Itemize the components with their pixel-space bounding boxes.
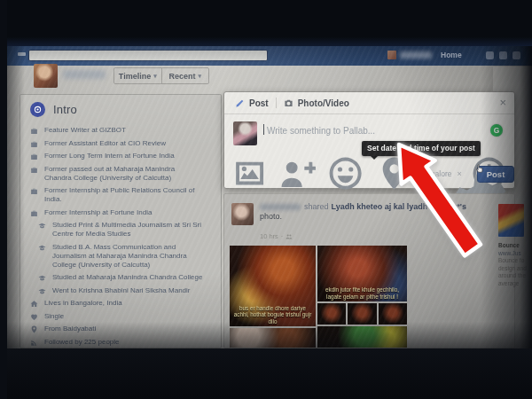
ad-text-line[interactable]: average: [498, 280, 532, 288]
close-icon[interactable]: ×: [499, 97, 506, 108]
tab-photo-video[interactable]: Photo/Video: [284, 98, 349, 108]
composer-tabs: Post Photo/Video ×: [224, 92, 514, 114]
notifications-icon[interactable]: [512, 51, 520, 59]
intro-icon: [30, 102, 45, 117]
intro-item-text: From Baidyabati: [44, 325, 96, 333]
grad-cap-icon: [38, 222, 46, 230]
post-composer-dialog: Post Photo/Video × Write something to Pa…: [223, 91, 515, 189]
mouse-cursor-icon: [474, 162, 485, 173]
briefcase-icon: [30, 166, 38, 174]
feed-post-card: sharedLyadh kheteo aj kal lyadh kwn*'s p…: [223, 193, 515, 348]
intro-item-text: Former Internship at Public Relations Co…: [44, 186, 202, 204]
tab-post[interactable]: Post: [235, 98, 269, 108]
tag-person-icon[interactable]: [279, 155, 316, 192]
intro-item[interactable]: Followed by 225 people: [30, 338, 215, 347]
intro-item[interactable]: Feature Writer at GIZBOT: [30, 126, 215, 135]
schedule-tooltip: Set date and time of your post: [362, 141, 481, 156]
profile-avatar[interactable]: [34, 64, 58, 88]
grad-cap-icon: [38, 287, 46, 295]
intro-item-text: Former Internship at Fortune India: [44, 208, 152, 217]
composer-avatar: [233, 121, 257, 145]
intro-item[interactable]: Former Internship at Fortune India: [30, 208, 215, 217]
facebook-navbar: Home: [7, 46, 532, 66]
ad-text-line[interactable]: design and: [498, 265, 532, 273]
intro-item[interactable]: Studied B.A. Mass Communication and Jour…: [30, 243, 215, 270]
feed-post-header[interactable]: sharedLyadh kheteo aj kal lyadh kwn*'s p…: [260, 202, 474, 222]
composer-text-input[interactable]: Write something to Pallab...: [267, 126, 375, 136]
collage-photo[interactable]: ekdin jutor fite khule gechhilo, lagate …: [317, 246, 407, 301]
collage-photo[interactable]: [348, 303, 376, 325]
photo-caption: ekdin jutor fite khule gechhilo, lagate …: [317, 286, 407, 300]
collage-photo[interactable]: bus er handle dhore dariye achhi, hothat…: [230, 246, 316, 326]
sidebar-ad[interactable]: Bouncewww.JusBounce fodesign andaround t…: [498, 204, 532, 319]
pin-icon: [30, 325, 38, 333]
location-icon[interactable]: [376, 155, 412, 192]
ad-text: Bouncewww.JusBounce fodesign andaround t…: [498, 242, 532, 287]
intro-item-text: Studied Print & Multimedia Journalism at…: [52, 221, 210, 239]
bezel-top: [0, 0, 532, 46]
recent-dropdown[interactable]: Recent ▾: [161, 68, 209, 83]
intro-item[interactable]: Went to Krishna Bhabini Nari Siksha Mand…: [30, 286, 215, 295]
intro-item-text: Feature Writer at GIZBOT: [44, 126, 126, 135]
friend-requests-icon[interactable]: [486, 51, 494, 59]
intro-item-text: Went to Krishna Bhabini Nari Siksha Mand…: [52, 286, 190, 295]
intro-item[interactable]: Former Assistant Editor at CIO Review: [30, 139, 215, 148]
ad-image[interactable]: [498, 204, 524, 237]
feed-author-name-redacted: [260, 204, 301, 210]
feed-page-link[interactable]: Lyadh kheteo aj kal lyadh k: [332, 202, 434, 211]
add-photo-icon[interactable]: [231, 155, 268, 192]
search-input[interactable]: [28, 50, 268, 61]
post-timestamp[interactable]: 10 hrs: [260, 232, 278, 240]
collage-photo[interactable]: [317, 303, 346, 325]
navbar-home-link[interactable]: Home: [441, 51, 462, 59]
collage-photo[interactable]: [379, 303, 407, 325]
intro-card: Intro Feature Writer at GIZBOTFormer Ass…: [20, 94, 222, 348]
feed-page-link[interactable]: wn*'s: [446, 202, 466, 211]
briefcase-icon: [30, 153, 38, 160]
bezel-bottom: [0, 348, 532, 399]
intro-item-text: Studied B.A. Mass Communication and Jour…: [52, 243, 210, 270]
ad-text-line[interactable]: www.Jus: [498, 250, 532, 258]
ad-text-line[interactable]: around the: [498, 272, 532, 280]
intro-item[interactable]: Studied at Maharaja Manindra Chandra Col…: [30, 273, 215, 282]
intro-item[interactable]: Lives in Bangalore, India: [30, 299, 215, 308]
intro-title: Intro: [53, 103, 77, 116]
navbar-profile-name-redacted[interactable]: [400, 51, 432, 59]
facebook-logo[interactable]: [18, 52, 26, 56]
recent-label: Recent: [168, 72, 195, 81]
feed-post-meta: 10 hrs ·: [260, 232, 293, 240]
intro-item-text: Lives in Bangalore, India: [44, 299, 122, 308]
timeline-dropdown[interactable]: Timeline ▾: [114, 68, 161, 83]
intro-item[interactable]: Former passed out at Maharaja Manindra C…: [30, 165, 215, 183]
emoji-icon[interactable]: [327, 155, 364, 192]
chevron-down-icon: ▾: [153, 73, 157, 80]
grammarly-icon[interactable]: G: [490, 124, 503, 137]
intro-item[interactable]: Former Internship at Public Relations Co…: [30, 186, 215, 204]
feed-title-suffix: photo.: [260, 212, 282, 221]
messages-icon[interactable]: [499, 51, 507, 59]
feed-post-avatar[interactable]: [231, 203, 254, 225]
intro-item[interactable]: Former Long Term Intern at Fortune India: [30, 152, 215, 160]
intro-item[interactable]: From Baidyabati: [30, 325, 215, 333]
tab-post-label: Post: [249, 98, 269, 108]
photo-caption: bus er handle dhore dariye achhi, hothat…: [230, 305, 316, 325]
navbar-avatar[interactable]: [387, 51, 396, 59]
intro-item-text: Followed by 225 people: [44, 338, 120, 347]
briefcase-icon: [30, 209, 38, 217]
ad-text-line[interactable]: Bounce: [498, 242, 532, 250]
tab-photo-label: Photo/Video: [298, 98, 349, 108]
intro-item[interactable]: Single: [30, 312, 215, 321]
pencil-icon: [235, 98, 245, 108]
briefcase-icon: [30, 140, 38, 148]
intro-item-text: Former passed out at Maharaja Manindra C…: [44, 165, 202, 183]
intro-item[interactable]: Studied Print & Multimedia Journalism at…: [30, 221, 215, 239]
ad-text-line[interactable]: Bounce fo: [498, 257, 532, 265]
intro-item-text: Former Long Term Intern at Fortune India: [44, 152, 175, 160]
home-icon: [30, 300, 38, 308]
briefcase-icon: [30, 187, 38, 195]
collage-photo[interactable]: [317, 326, 407, 348]
chevron-down-icon: ▾: [199, 73, 202, 80]
bezel-left: [0, 0, 7, 399]
collage-photo[interactable]: [230, 328, 316, 348]
grad-cap-icon: [38, 244, 46, 252]
